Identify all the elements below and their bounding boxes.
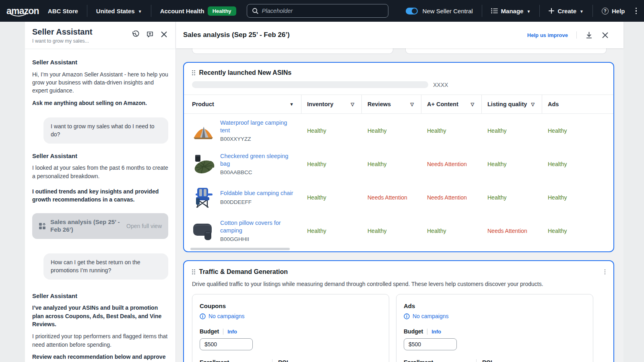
ads-no-campaigns-link[interactable]: No campaigns: [404, 313, 586, 319]
ads-status: Healthy: [542, 128, 613, 134]
new-chat-icon[interactable]: [146, 31, 154, 38]
ads-budget-input[interactable]: [404, 338, 457, 350]
assistant-header: Seller Assistant I want to grow my sales…: [25, 22, 175, 49]
a-plus-status: Needs Attention: [421, 161, 482, 167]
ads-title: Ads: [404, 302, 586, 309]
enrollment-label: Enrollment: [200, 359, 272, 362]
a-plus-status: Healthy: [421, 228, 482, 234]
listing-quality-status: Healthy: [482, 161, 542, 167]
open-full-view-button[interactable]: Open full view: [126, 222, 162, 230]
region-selector[interactable]: United States ▼: [96, 8, 142, 14]
progress-label: XXXX: [433, 82, 448, 88]
create-menu[interactable]: Create ▼: [549, 8, 584, 14]
product-asin: B00GGHHII: [220, 236, 295, 242]
ads-status: Healthy: [542, 228, 613, 234]
budget-info-link[interactable]: Info: [431, 329, 441, 335]
ads-card: Ads No campaigns Budget: [396, 294, 593, 362]
filter-icon: ▽: [531, 102, 535, 107]
amazon-logo[interactable]: amazon: [6, 6, 48, 16]
store-name[interactable]: ABC Store: [48, 8, 78, 14]
help-us-improve-link[interactable]: Help us improve: [527, 32, 568, 38]
header-divider: [576, 31, 577, 39]
nav-overflow-menu[interactable]: [636, 8, 637, 14]
sort-descending-icon: ▼: [289, 102, 294, 107]
recently-launched-asins-card: Recently launched New ASINs XXXX Product…: [183, 62, 614, 252]
close-canvas-icon[interactable]: [602, 32, 609, 39]
budget-label: Budget: [200, 328, 219, 335]
table-row: Checkered green sleeping bag B00AABBCC H…: [184, 147, 613, 181]
page-body: Seller Assistant I want to grow my sales…: [0, 22, 644, 362]
toggle-label: New Seller Central: [423, 8, 473, 14]
enrollment-label: Enrollment: [404, 359, 476, 362]
column-listing-quality[interactable]: Listing quality ▽: [482, 95, 542, 113]
horizontal-scrollbar[interactable]: [190, 248, 290, 250]
download-icon[interactable]: [585, 31, 593, 39]
drag-handle-icon[interactable]: [192, 70, 195, 76]
ads-status: Healthy: [542, 194, 613, 201]
roi-label: ROI: [278, 359, 382, 362]
column-a-plus-content[interactable]: A+ Content ▽: [421, 95, 482, 113]
product-link[interactable]: Foldable blue camping chair: [220, 189, 293, 197]
assistant-message-heading: Seller Assistant: [32, 58, 168, 67]
top-nav: amazon ABC Store United States ▼ Account…: [0, 0, 644, 22]
partial-card: [192, 48, 393, 54]
user-message-bubble: How can I get the best return on the pro…: [43, 253, 168, 280]
close-panel-icon[interactable]: [161, 31, 167, 38]
traffic-card-description: Drive qualified traffic to your listings…: [192, 281, 605, 287]
seller-central-toggle[interactable]: [406, 8, 418, 14]
canvas-title: Sales analysis (Sep 25’ - Feb 26’): [183, 31, 290, 39]
main-area: Sales analysis (Sep 25’ - Feb 26’) Help …: [176, 22, 644, 362]
assistant-title: Seller Assistant: [32, 27, 92, 37]
product-image-pillow: [192, 220, 215, 241]
assistant-subtitle: I want to grow my sales...: [32, 38, 92, 44]
chevron-down-icon: ▼: [526, 9, 530, 14]
budget-info-link[interactable]: Info: [227, 329, 237, 335]
column-product[interactable]: Product ▼: [192, 95, 301, 113]
product-link[interactable]: Cotton pillow covers for camping: [220, 219, 295, 234]
product-link[interactable]: Waterproof large camping tent: [220, 119, 295, 134]
canvas-panel: Sales analysis (Sep 25’ - Feb 26’) Help …: [176, 22, 623, 362]
account-health[interactable]: Account Health Healthy: [160, 6, 236, 16]
coupons-card: Coupons No campaigns Budget: [192, 294, 389, 362]
card-overflow-menu[interactable]: [605, 269, 606, 275]
coupons-no-campaigns-link[interactable]: No campaigns: [200, 313, 382, 319]
help-menu[interactable]: ? Help: [602, 8, 625, 14]
column-inventory[interactable]: Inventory ▽: [301, 95, 362, 113]
listing-quality-status: Healthy: [482, 194, 542, 201]
health-status-badge: Healthy: [208, 6, 236, 16]
progress-bar: [192, 81, 428, 88]
coupons-budget-input[interactable]: [200, 338, 253, 350]
scrolled-cards: [183, 48, 614, 54]
roi-label: ROI: [482, 359, 586, 362]
manage-menu[interactable]: Manage ▼: [491, 8, 531, 14]
right-gutter: [623, 22, 644, 362]
nav-divider: [87, 5, 87, 17]
inventory-status: Healthy: [301, 128, 362, 134]
reviews-status: Healthy: [362, 161, 421, 167]
canvas-icon: [39, 222, 46, 230]
assistant-message-heading: Seller Assistant: [32, 292, 168, 300]
product-image-tent: [192, 120, 215, 141]
product-image-sleeping-bag: [192, 154, 215, 175]
product-link[interactable]: Checkered green sleeping bag: [220, 152, 295, 168]
ads-status: Healthy: [542, 161, 613, 167]
assistant-message: I outlined trends and key insights and p…: [32, 187, 168, 204]
sales-analysis-canvas-chip[interactable]: Sales analysis (Sep 25’ - Feb 26’) Open …: [32, 213, 168, 239]
nav-divider: [482, 5, 482, 17]
global-search[interactable]: [247, 4, 388, 18]
history-icon[interactable]: [132, 31, 139, 38]
filter-icon: ▽: [471, 102, 474, 107]
reviews-status: Healthy: [362, 228, 421, 234]
assistant-message: I prioritized your top performers and fl…: [32, 332, 168, 349]
inventory-status: Healthy: [301, 194, 362, 201]
assistant-message: Hi, I’m your Amazon Seller Assistant - h…: [32, 70, 168, 95]
listing-quality-status: Needs Attention: [482, 228, 542, 234]
table-row: Foldable blue camping chair B00DDEEFF He…: [184, 181, 613, 214]
partial-card: [405, 48, 607, 54]
drag-handle-icon[interactable]: [192, 269, 195, 275]
column-ads[interactable]: Ads: [542, 95, 613, 113]
product-image-camping-chair: [192, 187, 215, 208]
search-input[interactable]: [262, 8, 383, 14]
canvas-scroll-area[interactable]: Recently launched New ASINs XXXX Product…: [176, 48, 623, 362]
column-reviews[interactable]: Reviews ▽: [362, 95, 421, 113]
